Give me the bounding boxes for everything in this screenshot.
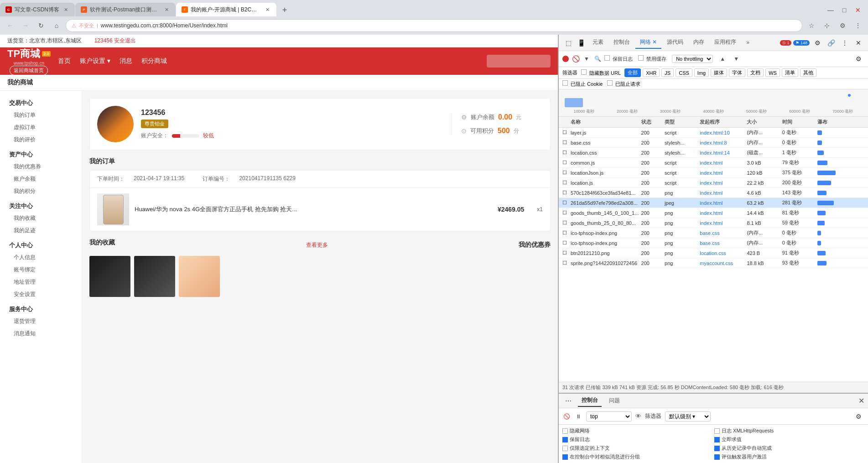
network-row-ico1[interactable]: ☐ ico-tphsop-index.png 200 png base.css … [559, 228, 868, 238]
sidebar-item-coupons[interactable]: 我的优惠券 [0, 161, 82, 173]
network-row-basecss[interactable]: ☐ base.css 200 stylesh... index.html:8 (… [559, 138, 868, 148]
console-more-btn[interactable]: ⋯ [562, 395, 574, 407]
more-button[interactable]: ⋮ [852, 19, 864, 32]
dt-bottom-console-tab[interactable]: 控制台 [578, 395, 602, 407]
dt-filter-btn[interactable]: ▼ [582, 55, 591, 63]
sidebar-item-virtual-orders[interactable]: 虚拟订单 [0, 121, 82, 134]
product-thumb-3[interactable] [179, 256, 220, 297]
filter-xhr[interactable]: XHR [643, 68, 660, 77]
nav-points[interactable]: 积分商城 [141, 57, 167, 65]
preserve-log-checkbox[interactable] [604, 55, 610, 61]
reload-button[interactable]: ↻ [35, 19, 47, 32]
dt-tab-console[interactable]: 控制台 [609, 36, 634, 49]
selected-context-checkbox[interactable] [562, 446, 568, 451]
tab-shop[interactable]: T 我的账户-开源商城 | B2C商城 | B... ✕ [176, 3, 276, 16]
eye-btn[interactable]: 👁 [635, 413, 641, 420]
tab-csdn[interactable]: C 写文章-CSDN博客 ✕ [0, 3, 75, 16]
network-row-layerjs[interactable]: ☐ layer.js 200 script index.html:10 (内存.… [559, 128, 868, 138]
filter-css[interactable]: CSS [676, 68, 692, 77]
network-row-locationcss[interactable]: ☐ location.css 200 stylesh... index.html… [559, 148, 868, 158]
devtools-link-btn[interactable]: 🔗 [825, 37, 837, 49]
back-button[interactable]: ← [4, 19, 16, 32]
network-row-goods2[interactable]: ☐ goods_thumb_25_0_80_80... 200 png inde… [559, 218, 868, 228]
throttle-select[interactable]: No throttling [672, 55, 713, 63]
devtools-settings-btn[interactable]: ⚙ [811, 37, 823, 49]
dt-search-btn[interactable]: 🔍 [593, 55, 602, 63]
filter-media[interactable]: 媒体 [711, 68, 727, 77]
filter-font[interactable]: 字体 [729, 68, 745, 77]
sidebar-item-security[interactable]: 安全设置 [0, 288, 82, 301]
minimize-button[interactable]: — [824, 4, 837, 16]
user-activation-checkbox[interactable] [714, 454, 720, 460]
autocomplete-checkbox[interactable] [714, 446, 720, 451]
tab-shop-close[interactable]: ✕ [264, 6, 271, 13]
sidebar-item-my-orders[interactable]: 我的订单 [0, 109, 82, 121]
network-row-locationjson[interactable]: ☐ locationJson.js 200 script index.html … [559, 168, 868, 178]
download-btn[interactable]: ▼ [732, 55, 740, 63]
maximize-button[interactable]: □ [838, 4, 851, 16]
eager-eval-checkbox[interactable] [714, 437, 720, 442]
sidebar-item-points[interactable]: 我的积分 [0, 185, 82, 198]
blocked-request-checkbox[interactable] [607, 80, 613, 86]
network-row-sprite[interactable]: ☐ sprite.png?144220910272456 200 png mya… [559, 258, 868, 268]
devtools-more-btn[interactable]: ⋮ [839, 37, 851, 49]
network-row-btn[interactable]: ☐ btn20121210.png 200 png location.css 4… [559, 248, 868, 258]
filter-manifest[interactable]: 清单 [782, 68, 798, 77]
sidebar-item-bind-account[interactable]: 账号绑定 [0, 264, 82, 276]
nav-account[interactable]: 账户设置 ▾ [80, 57, 110, 65]
network-row-locationjs[interactable]: ☐ location.js 200 script index.html 22.2… [559, 178, 868, 188]
search-box[interactable] [487, 55, 551, 68]
dt-tab-source[interactable]: 源代码 [662, 36, 688, 49]
user-info[interactable]: 123456 安全退出 [94, 37, 136, 45]
home-button[interactable]: ⌂ [50, 19, 63, 32]
console-pause[interactable]: ⏸ [574, 412, 582, 421]
sidebar-item-notification[interactable]: 消息通知 [0, 328, 82, 340]
network-row-goods1[interactable]: ☐ goods_thumb_145_0_100_1... 200 png ind… [559, 208, 868, 218]
product-thumb-1[interactable] [89, 256, 130, 297]
dt-no-entry-btn[interactable]: 🚫 [572, 55, 580, 63]
console-no-entry[interactable]: 🚫 [562, 412, 571, 421]
sidebar-item-personal-info[interactable]: 个人信息 [0, 251, 82, 264]
nav-home[interactable]: 首页 [58, 57, 71, 65]
log-level-select[interactable]: 默认级别 ▾ [665, 411, 711, 421]
preserve-log-opt-checkbox[interactable] [562, 437, 568, 442]
disable-cache-checkbox[interactable] [638, 55, 644, 61]
network-row-img1[interactable]: ☐ 570c1284f663ce3fad34e81... 200 png ind… [559, 188, 868, 198]
top-context-select[interactable]: top [586, 411, 632, 421]
network-row-ico2[interactable]: ☐ ico-tphsop-index.png 200 png base.css … [559, 238, 868, 248]
sidebar-item-favorites[interactable]: 我的收藏 [0, 212, 82, 224]
dt-network-settings-btn[interactable]: ⚙ [852, 53, 864, 65]
sidebar-item-address[interactable]: 地址管理 [0, 276, 82, 288]
new-tab-button[interactable]: + [278, 4, 291, 16]
dt-tab-network[interactable]: 网络 ✕ [635, 36, 661, 49]
filter-doc[interactable]: 文档 [747, 68, 764, 77]
dt-tab-memory[interactable]: 内存 [689, 36, 709, 49]
network-row-img2[interactable]: ☐ 261da55d97efe798ed2a308... 200 jpeg in… [559, 198, 868, 208]
see-more-link[interactable]: 查看更多 [306, 241, 328, 249]
log-xhr-checkbox[interactable] [714, 428, 720, 434]
dt-tab-more[interactable]: » [742, 37, 754, 48]
devtools-inspect-btn[interactable]: ⬚ [562, 37, 574, 49]
profile-button[interactable]: ⊹ [821, 19, 833, 32]
filter-js[interactable]: JS [661, 68, 674, 77]
tab-postman-close[interactable]: ✕ [163, 6, 170, 13]
product-thumb-2[interactable] [134, 256, 175, 297]
dt-bottom-issues-tab[interactable]: 问题 [605, 395, 624, 406]
hide-data-url-checkbox[interactable] [581, 69, 587, 75]
tab-postman[interactable]: P 软件测试-Postman接口测试实战... ✕ [75, 3, 176, 16]
network-row-commonjs[interactable]: ☐ common.js 200 script index.html 3.0 kB… [559, 158, 868, 168]
sidebar-item-balance[interactable]: 账户余额 [0, 173, 82, 185]
blocked-cookie-checkbox[interactable] [562, 80, 568, 86]
sidebar-item-history[interactable]: 我的足迹 [0, 224, 82, 237]
upload-btn[interactable]: ▲ [718, 55, 727, 63]
filter-all[interactable]: 全部 [624, 68, 641, 77]
extensions-button[interactable]: ⚙ [836, 19, 849, 32]
group-similar-checkbox[interactable] [562, 454, 568, 460]
filter-other[interactable]: 其他 [800, 68, 816, 77]
return-button[interactable]: 返回商城首页 [10, 66, 48, 75]
filter-ws[interactable]: WS [765, 68, 780, 77]
dt-record-btn[interactable] [562, 56, 569, 62]
row-check[interactable]: ☐ [562, 130, 567, 135]
close-button[interactable]: ✕ [852, 4, 864, 16]
dt-tab-application[interactable]: 应用程序 [710, 36, 741, 49]
